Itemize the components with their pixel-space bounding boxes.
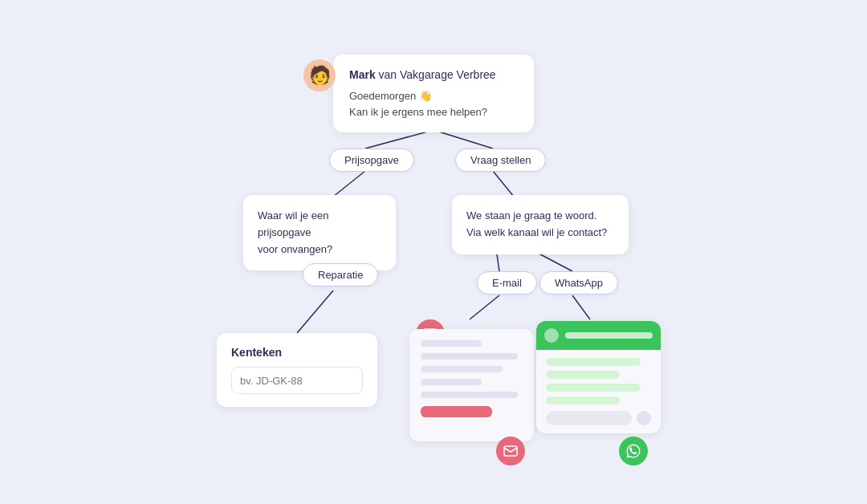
pill-whatsapp[interactable]: WhatsApp <box>539 271 618 295</box>
svg-rect-11 <box>504 446 517 456</box>
svg-line-9 <box>572 295 590 319</box>
mock-email-card <box>409 329 534 441</box>
wa-bubble-2 <box>546 371 620 379</box>
kenteken-input-row <box>231 367 363 394</box>
kenteken-input[interactable] <box>232 368 363 393</box>
mock-line-4 <box>421 379 482 385</box>
whatsapp-icon <box>625 443 641 459</box>
canvas: 🧑 Mark van Vakgarage Verbree Goedemorgen… <box>0 0 867 504</box>
avatar: 🧑 <box>303 59 336 91</box>
mock-line-3 <box>421 366 503 372</box>
wa-bubble-4 <box>546 396 620 404</box>
svg-line-5 <box>297 291 333 333</box>
wa-header-line <box>565 332 653 339</box>
box-prijsopgave: Waar wil je een prijsopgave voor onvange… <box>243 195 396 270</box>
mock-line-2 <box>421 353 518 360</box>
wa-bubble-1 <box>546 358 641 366</box>
wa-input-row <box>546 411 651 425</box>
wa-body <box>536 350 661 433</box>
svg-line-8 <box>470 295 499 319</box>
wa-input-mock <box>546 411 632 425</box>
wa-header <box>536 321 661 350</box>
kenteken-box: Kenteken <box>217 333 377 407</box>
wa-send-mock <box>637 411 651 425</box>
chat-sender: Mark van Vakgarage Verbree <box>349 67 518 82</box>
svg-line-1 <box>434 130 493 148</box>
mock-line-1 <box>421 340 482 347</box>
mock-whatsapp-card <box>536 321 661 433</box>
sender-name: Mark <box>349 68 376 81</box>
mock-email-btn <box>421 406 492 417</box>
email-badge-bottom[interactable] <box>496 437 525 465</box>
chat-card: Mark van Vakgarage Verbree Goedemorgen 👋… <box>333 55 534 132</box>
box-vraag-stellen: We staan je graag te woord. Via welk kan… <box>452 195 629 254</box>
svg-line-2 <box>333 171 365 197</box>
pill-email[interactable]: E-mail <box>477 271 537 295</box>
chat-message: Goedemorgen 👋 Kan ik je ergens mee helpe… <box>349 88 518 120</box>
svg-line-3 <box>493 171 514 197</box>
whatsapp-badge[interactable] <box>619 437 648 465</box>
svg-line-0 <box>365 130 434 148</box>
pill-vraag-stellen[interactable]: Vraag stellen <box>455 148 546 172</box>
pill-prijsopgave[interactable]: Prijsopgave <box>329 148 414 172</box>
pill-reparatie[interactable]: Reparatie <box>303 263 378 287</box>
wa-bubble-3 <box>546 384 641 392</box>
kenteken-label: Kenteken <box>231 346 363 359</box>
email-icon-bottom <box>503 445 518 457</box>
mock-line-5 <box>421 392 518 398</box>
sender-company: van Vakgarage Verbree <box>376 68 496 81</box>
wa-dot <box>544 328 559 343</box>
